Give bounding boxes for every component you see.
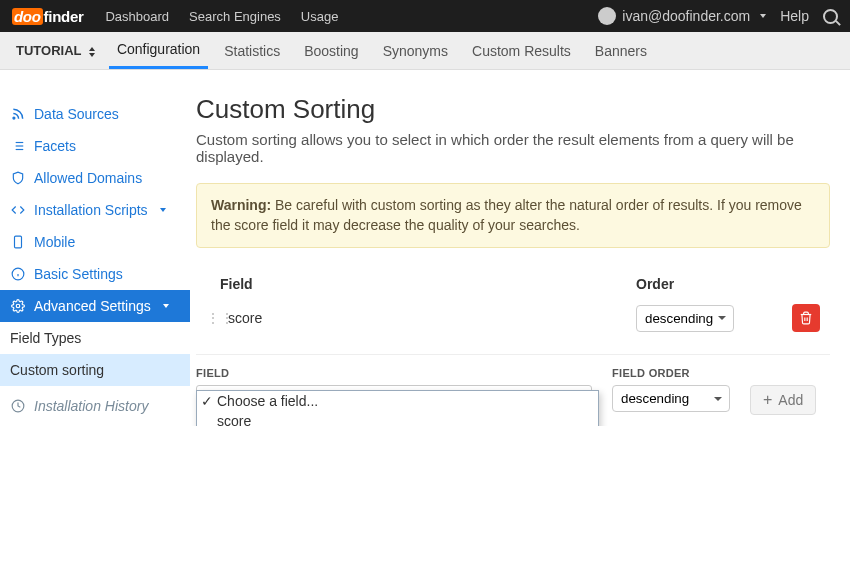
sidebar-item-label: Installation Scripts [34,202,148,218]
sidebar-item-basic-settings[interactable]: Basic Settings [0,258,190,290]
chevron-down-icon [760,14,766,18]
main: Custom Sorting Custom sorting allows you… [190,70,850,426]
field-label: FIELD [196,367,592,379]
sidebar-item-mobile[interactable]: Mobile [0,226,190,258]
row-order-select[interactable]: descending [636,305,734,332]
top-nav: Dashboard Search Engines Usage [105,9,598,24]
col-field-header: Field [206,276,636,292]
tabs: Configuration Statistics Boosting Synony… [109,32,655,69]
tab-custom-results[interactable]: Custom Results [464,32,579,69]
chevron-down-icon [160,208,166,212]
code-icon [10,203,26,217]
drag-handle-icon[interactable]: ⋮⋮ [206,310,220,326]
sidebar-item-label: Basic Settings [34,266,123,282]
search-icon[interactable] [823,9,838,24]
sidebar-sub-field-types[interactable]: Field Types [0,322,190,354]
delete-row-button[interactable] [792,304,820,332]
sidebar-item-facets[interactable]: Facets [0,130,190,162]
sidebar-item-label: Facets [34,138,76,154]
top-bar: doofinder Dashboard Search Engines Usage… [0,0,850,32]
svg-point-12 [16,304,20,308]
rss-icon [10,107,26,121]
divider [196,354,830,355]
info-icon [10,267,26,281]
chevron-down-icon [163,304,169,308]
warning-box: Warning: Be careful with custom sorting … [196,183,830,248]
warning-label: Warning: [211,197,271,213]
sidebar-item-label: Installation History [34,398,148,414]
logo-suffix: finder [44,8,84,25]
gear-icon [10,299,26,313]
list-icon [10,139,26,153]
sidebar-sub-custom-sorting[interactable]: Custom sorting [0,354,190,386]
sidebar-item-data-sources[interactable]: Data Sources [0,98,190,130]
add-button[interactable]: + Add [750,385,816,415]
logo[interactable]: doofinder [12,6,83,26]
sidebar-item-label: Data Sources [34,106,119,122]
plus-icon: + [763,392,772,408]
page-title: Custom Sorting [196,94,830,125]
sort-table-header: Field Order [196,268,830,300]
sidebar: Data Sources Facets Allowed Domains Inst… [0,70,190,426]
field-dropdown[interactable]: Choose a field... score age_group availa… [196,390,599,426]
order-select[interactable]: descending [612,385,730,412]
add-button-label: Add [778,392,803,408]
engine-name: TUTORIAL [16,43,81,58]
row-order-cell: descending [636,305,784,332]
sidebar-item-label: Allowed Domains [34,170,142,186]
sidebar-item-installation-scripts[interactable]: Installation Scripts [0,194,190,226]
avatar-icon [598,7,616,25]
tab-boosting[interactable]: Boosting [296,32,366,69]
tab-configuration[interactable]: Configuration [109,32,208,69]
svg-point-0 [13,117,15,119]
add-form: FIELD FIELD ORDER descending + Add [196,367,830,415]
sidebar-installation-history[interactable]: Installation History [0,386,190,426]
top-right: ivan@doofinder.com Help [598,7,838,25]
sort-row: ⋮⋮ score descending [196,300,830,336]
sidebar-item-allowed-domains[interactable]: Allowed Domains [0,162,190,194]
nav-usage[interactable]: Usage [301,9,339,24]
order-label: FIELD ORDER [612,367,730,379]
shield-icon [10,171,26,185]
dropdown-placeholder[interactable]: Choose a field... [197,391,598,411]
user-email: ivan@doofinder.com [622,8,750,24]
sidebar-item-advanced-settings[interactable]: Advanced Settings [0,290,190,322]
order-col: FIELD ORDER descending [612,367,730,412]
logo-prefix: doo [12,8,43,25]
layout: Data Sources Facets Allowed Domains Inst… [0,70,850,426]
tab-synonyms[interactable]: Synonyms [375,32,456,69]
engine-selector[interactable]: TUTORIAL [6,43,105,58]
dropdown-option-score[interactable]: score [197,411,598,426]
nav-search-engines[interactable]: Search Engines [189,9,281,24]
tab-bar: TUTORIAL Configuration Statistics Boosti… [0,32,850,70]
help-link[interactable]: Help [780,8,809,24]
add-col: + Add [750,367,816,415]
tab-statistics[interactable]: Statistics [216,32,288,69]
trash-icon [799,311,813,325]
row-field-value: score [220,310,636,326]
sidebar-item-label: Mobile [34,234,75,250]
col-order-header: Order [636,276,820,292]
warning-text: Be careful with custom sorting as they a… [211,197,802,233]
clock-icon [10,399,26,413]
user-menu[interactable]: ivan@doofinder.com [598,7,766,25]
tab-banners[interactable]: Banners [587,32,655,69]
page-subtitle: Custom sorting allows you to select in w… [196,131,830,165]
nav-dashboard[interactable]: Dashboard [105,9,169,24]
mobile-icon [10,235,26,249]
sidebar-item-label: Advanced Settings [34,298,151,314]
